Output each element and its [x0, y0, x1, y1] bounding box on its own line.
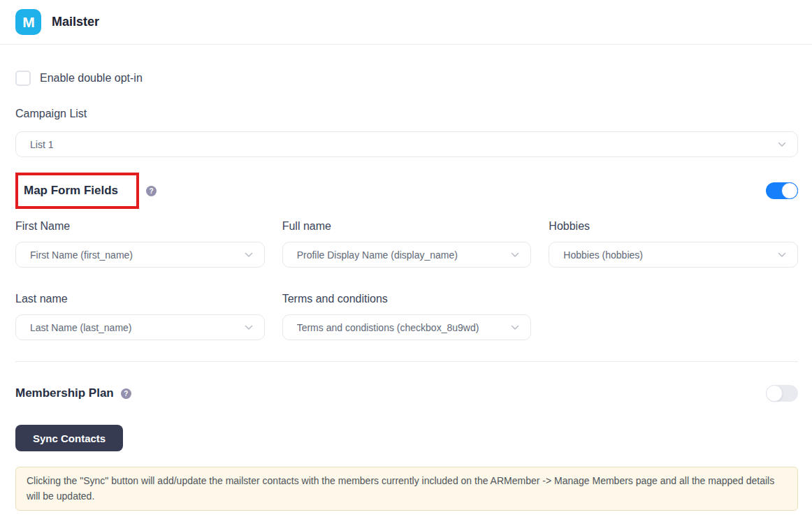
header: M Mailster [0, 0, 812, 45]
mapping-cell-terms: Terms and conditions Terms and condistio… [282, 293, 532, 340]
mailster-logo-icon: M [15, 9, 41, 35]
chevron-down-icon [245, 252, 253, 258]
chevron-down-icon [778, 142, 786, 147]
field-label: First Name [15, 220, 265, 233]
campaign-list-select[interactable]: List 1 [15, 131, 798, 157]
select-value: First Name (first_name) [30, 249, 239, 261]
field-label: Full name [282, 220, 532, 233]
field-label: Hobbies [549, 220, 798, 233]
chevron-down-icon [511, 252, 519, 258]
settings-panel: Enable double opt-in Campaign List List … [0, 71, 812, 511]
question-mark-icon[interactable]: ? [146, 186, 157, 196]
mapping-cell-first-name: First Name First Name (first_name) [15, 220, 265, 268]
logo-letter: M [22, 14, 34, 31]
mapping-cell-empty [549, 293, 798, 340]
question-mark-icon[interactable]: ? [121, 388, 131, 399]
chevron-down-icon [245, 325, 253, 330]
mapping-cell-last-name: Last name Last Name (last_name) [15, 293, 265, 340]
select-value: Terms and condistions (checkbox_8u9wd) [297, 322, 506, 333]
select-value: Last Name (last_name) [30, 322, 239, 333]
campaign-list-label: Campaign List [15, 108, 798, 120]
hobbies-select[interactable]: Hobbies (hobbies) [549, 242, 798, 268]
page-title: Mailster [52, 15, 99, 29]
map-form-fields-toggle[interactable] [766, 182, 798, 199]
double-optin-checkbox[interactable] [15, 71, 31, 86]
mapping-cell-full-name: Full name Profile Display Name (display_… [282, 220, 532, 268]
highlight-box: Map Form Fields [15, 173, 139, 209]
field-mapping-grid: First Name First Name (first_name) Full … [15, 220, 798, 340]
field-label: Last name [15, 293, 265, 305]
membership-plan-toggle[interactable] [766, 385, 798, 402]
sync-note: Clicking the "Sync" button will add/upda… [15, 467, 798, 511]
chevron-down-icon [511, 325, 519, 330]
full-name-select[interactable]: Profile Display Name (display_name) [282, 242, 532, 268]
field-label: Terms and conditions [282, 293, 532, 305]
divider [15, 361, 798, 362]
select-value: Hobbies (hobbies) [563, 249, 772, 261]
chevron-down-icon [778, 252, 786, 258]
toggle-knob [781, 182, 798, 199]
last-name-select[interactable]: Last Name (last_name) [15, 314, 265, 340]
sync-contacts-button[interactable]: Sync Contacts [15, 425, 123, 451]
mapping-cell-hobbies: Hobbies Hobbies (hobbies) [549, 220, 798, 268]
double-optin-label: Enable double opt-in [40, 72, 143, 85]
membership-plan-title: Membership Plan [15, 386, 114, 400]
membership-plan-row: Membership Plan ? [15, 385, 798, 402]
terms-select[interactable]: Terms and condistions (checkbox_8u9wd) [282, 314, 532, 340]
map-form-fields-row: Map Form Fields ? [15, 173, 798, 209]
map-form-fields-title: Map Form Fields [24, 184, 118, 198]
double-optin-row: Enable double opt-in [15, 71, 798, 86]
toggle-knob [766, 385, 783, 402]
select-value: Profile Display Name (display_name) [297, 249, 506, 261]
campaign-list-value: List 1 [30, 139, 772, 150]
first-name-select[interactable]: First Name (first_name) [15, 242, 265, 268]
